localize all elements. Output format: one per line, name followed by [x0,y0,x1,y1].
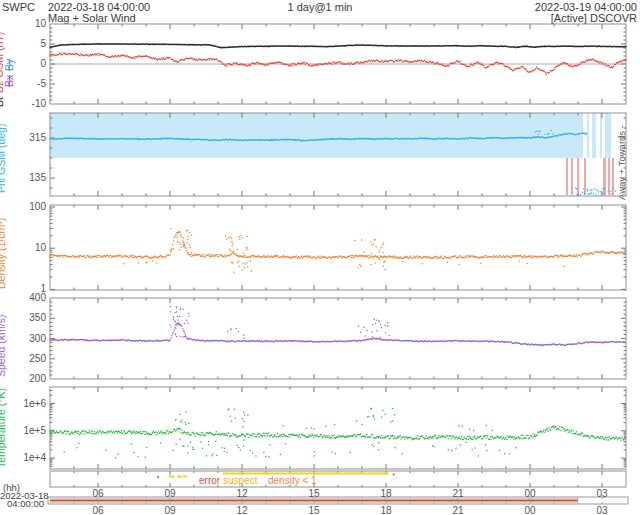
y-tick-label: 200 [0,374,46,384]
y-tick-label: 1e+5 [0,426,46,436]
hour-label-top: 06 [86,488,110,499]
hour-label-bottom: 06 [86,505,110,515]
hour-label-top: 15 [302,488,326,499]
y-tick-label: 1e+6 [0,399,46,409]
hour-label-bottom: 15 [302,505,326,515]
y-tick-label: 10 [0,243,46,253]
y-tick-label: 315 [0,133,46,143]
hour-label-bottom: 21 [446,505,470,515]
y-tick-label: 0 [0,59,46,69]
footer-time: 04:00:00 [7,498,44,509]
swpc-solar-wind-plot: SWPC 2022-03-18 04:00:00 1 day@1 min 202… [0,0,640,515]
y-tick-label: 300 [0,334,46,344]
y-tick-label: -5 [0,79,46,89]
hour-label-bottom: 09 [158,505,182,515]
series-temperature-dots [50,408,625,458]
flag-legend-suspect: suspect [223,475,257,486]
plot-canvas [0,0,640,515]
hour-label-bottom: 00 [518,505,542,515]
hour-label-top: 09 [158,488,182,499]
hour-label-bottom: 12 [230,505,254,515]
y-tick-label: 1e+4 [0,453,46,463]
y-tick-label: 135 [0,173,46,183]
series-density-dots [50,229,625,273]
series-bt-dots [50,44,626,48]
hour-label-top: 00 [518,488,542,499]
hour-label-top: 21 [446,488,470,499]
y-tick-label: -10 [0,99,46,109]
y-tick-label: 5 [0,39,46,49]
hour-label-top: 18 [374,488,398,499]
y-tick-label: 400 [0,293,46,303]
hour-label-top: 03 [590,488,614,499]
y-tick-label: 250 [0,354,46,364]
y-tick-label: 100 [0,202,46,212]
flag-legend-density-1: density < 1 [268,475,317,486]
hour-label-top: 12 [230,488,254,499]
y-tick-label: 10 [0,19,46,29]
hour-label-bottom: 03 [590,505,614,515]
flag-legend-error: error [199,475,220,486]
y-tick-label: 350 [0,313,46,323]
hour-label-bottom: 18 [374,505,398,515]
series-speed-dots [50,306,625,345]
